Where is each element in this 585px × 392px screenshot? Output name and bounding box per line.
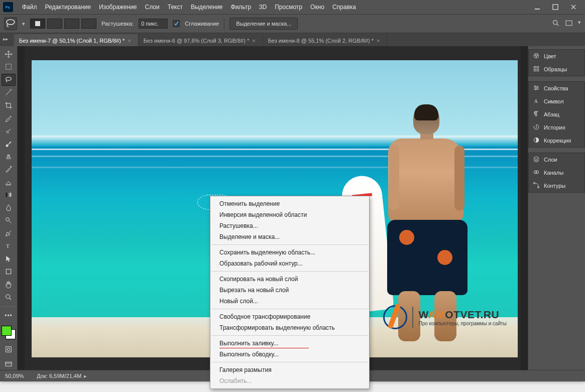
menu-выделение[interactable]: Выделение [187, 0, 227, 14]
panel-Цвет[interactable]: Цвет [529, 50, 584, 63]
document-tab-0[interactable]: Без имени-7 @ 50,1% (Слой 1, RGB/8#) *× [14, 34, 139, 47]
ctx-трансформировать-выделенную-область[interactable]: Трансформировать выделенную область [210, 322, 369, 333]
pen-tool-icon[interactable] [2, 227, 16, 239]
ctx-галерея-размытия[interactable]: Галерея размытия [210, 364, 369, 375]
brush-tool-icon[interactable] [2, 138, 16, 150]
panel-icon: A [533, 97, 540, 105]
document-tab-1[interactable]: Без имени-6 @ 97,6% (Слой 3, RGB/8#) *× [139, 34, 263, 47]
menu-окно[interactable]: Окно [306, 0, 328, 14]
svg-point-26 [537, 87, 538, 88]
panel-Коррекция[interactable]: Коррекция [529, 134, 584, 147]
panel-Контуры[interactable]: Контуры [529, 179, 584, 192]
eraser-tool-icon[interactable] [2, 176, 16, 188]
close-button[interactable] [565, 2, 582, 13]
menu-изображение[interactable]: Изображение [95, 0, 141, 14]
panel-label: Слои [544, 157, 557, 163]
panel-Символ[interactable]: AСимвол [529, 95, 584, 108]
menu-файл[interactable]: Файл [18, 0, 41, 14]
antialias-checkbox[interactable] [173, 20, 180, 27]
eyedropper-tool-icon[interactable] [2, 112, 16, 124]
svg-point-10 [6, 218, 10, 221]
menu-справка[interactable]: Справка [328, 0, 360, 14]
svg-point-4 [553, 21, 557, 25]
app-logo: Ps [3, 2, 13, 12]
path-selection-tool-icon[interactable] [2, 253, 16, 265]
separator [211, 271, 368, 272]
shape-tool-icon[interactable] [2, 266, 16, 278]
lasso-tool-icon[interactable] [2, 74, 16, 86]
tab-label: Без имени-7 @ 50,1% (Слой 1, RGB/8#) * [19, 38, 125, 44]
workspace-chevron-icon[interactable]: ▾ [578, 19, 581, 28]
panel-label: Свойства [544, 85, 568, 91]
menu-редактирование[interactable]: Редактирование [41, 0, 95, 14]
screen-mode-icon[interactable] [2, 358, 16, 370]
magic-wand-tool-icon[interactable] [2, 87, 16, 99]
ctx-выделение-и-маска-[interactable]: Выделение и маска... [210, 231, 369, 242]
maximize-button[interactable] [547, 2, 564, 13]
panel-label: Цвет [544, 53, 556, 59]
ctx-скопировать-на-новый-слой[interactable]: Скопировать на новый слой [210, 274, 369, 285]
ctx-выполнить-обводку-[interactable]: Выполнить обводку... [210, 349, 369, 360]
marquee-tool-icon[interactable] [2, 61, 16, 73]
panel-Слои[interactable]: Слои [529, 153, 584, 166]
minimize-button[interactable] [529, 2, 546, 13]
panel-Образцы[interactable]: Образцы [529, 63, 584, 76]
panel-icon [533, 169, 540, 177]
blur-tool-icon[interactable] [2, 202, 16, 214]
ctx-отменить-выделение[interactable]: Отменить выделение [210, 198, 369, 209]
svg-point-15 [7, 348, 10, 350]
document-tab-2[interactable]: Без имени-8 @ 55,1% (Слой 2, RGB/8#) *× [263, 34, 388, 47]
feather-input[interactable] [139, 19, 168, 29]
svg-text:T: T [6, 243, 10, 249]
gradient-tool-icon[interactable] [2, 189, 16, 201]
expand-toolbox-icon[interactable]: ▸▸ [3, 36, 8, 42]
type-tool-icon[interactable]: T [2, 240, 16, 252]
select-and-mask-button[interactable]: Выделение и маска... [229, 18, 298, 30]
panel-label: Контуры [544, 183, 565, 189]
dodge-tool-icon[interactable] [2, 215, 16, 227]
panel-dock: ЦветОбразцы СвойстваAСимволАбзацИсторияК… [528, 46, 585, 370]
menu-текст[interactable]: Текст [164, 0, 187, 14]
panel-Свойства[interactable]: Свойства [529, 82, 584, 95]
ctx-растушевка-[interactable]: Растушевка... [210, 220, 369, 231]
ctx-образовать-рабочий-контур-[interactable]: Образовать рабочий контур... [210, 258, 369, 269]
ctx-инверсия-выделенной-области[interactable]: Инверсия выделенной области [210, 209, 369, 220]
ctx-свободное-трансформирование[interactable]: Свободное трансформирование [210, 311, 369, 322]
crop-tool-icon[interactable] [2, 99, 16, 111]
panel-group-properties: СвойстваAСимволАбзацИсторияКоррекция [528, 81, 585, 148]
close-icon[interactable]: × [377, 38, 380, 44]
quick-mask-icon[interactable] [2, 343, 16, 355]
foreground-color-swatch[interactable] [2, 326, 12, 336]
panel-icon [533, 123, 540, 132]
hand-tool-icon[interactable] [2, 279, 16, 291]
menu-слои[interactable]: Слои [141, 0, 164, 14]
separator [2, 306, 15, 307]
ctx-вырезать-на-новый-слой[interactable]: Вырезать на новый слой [210, 285, 369, 296]
selection-mode-icons[interactable] [30, 19, 96, 29]
move-tool-icon[interactable] [2, 48, 16, 60]
svg-rect-16 [6, 362, 12, 366]
close-icon[interactable]: × [128, 38, 131, 44]
ctx-сохранить-выделенную-область-[interactable]: Сохранить выделенную область... [210, 247, 369, 258]
ctx-новый-слой-[interactable]: Новый слой... [210, 296, 369, 307]
history-brush-tool-icon[interactable] [2, 164, 16, 176]
zoom-tool-icon[interactable] [2, 292, 16, 304]
menu-3d[interactable]: 3D [255, 0, 271, 14]
close-icon[interactable]: × [252, 38, 255, 44]
zoom-level[interactable]: 50,09% [5, 373, 24, 379]
ctx-выполнить-заливку-[interactable]: Выполнить заливку... [210, 338, 369, 349]
edit-toolbar-icon[interactable]: ••• [2, 310, 16, 322]
lasso-icon[interactable] [4, 17, 17, 30]
svg-rect-9 [6, 193, 12, 197]
clone-stamp-tool-icon[interactable] [2, 151, 16, 163]
healing-brush-tool-icon[interactable] [2, 125, 16, 137]
panel-label: Каналы [544, 170, 563, 176]
panel-История[interactable]: История [529, 121, 584, 134]
search-icon[interactable] [552, 19, 560, 28]
menu-просмотр[interactable]: Просмотр [271, 0, 306, 14]
panel-Каналы[interactable]: Каналы [529, 166, 584, 179]
panel-Абзац[interactable]: Абзац [529, 108, 584, 121]
color-swatches[interactable] [2, 326, 16, 339]
menu-фильтр[interactable]: Фильтр [227, 0, 255, 14]
share-icon[interactable] [565, 19, 573, 28]
